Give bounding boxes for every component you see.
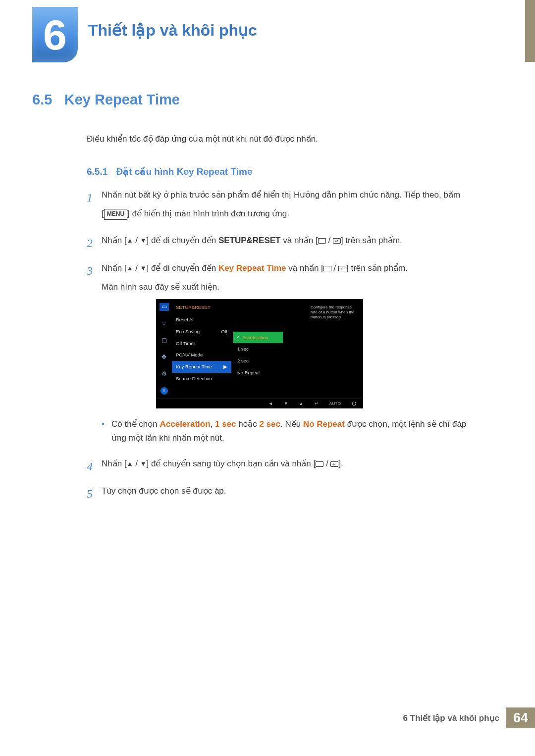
- setup-reset-label: SETUP&RESET: [218, 236, 281, 245]
- osd-item: Reset All: [172, 314, 231, 326]
- osd-bottom-bar: ◄ ▼ ▲ ↵ AUTO ⏻: [156, 399, 363, 408]
- osd-item: Off Timer: [172, 338, 231, 350]
- page-footer: 6 Thiết lập và khôi phục 64: [403, 707, 535, 728]
- osd-options-list: Acceleration 1 sec 2 sec No Repeat: [233, 332, 283, 379]
- step-body: Nhấn [▲ / ▼] để di chuyển đến SETUP&RESE…: [102, 234, 483, 253]
- box-icon: ▢: [160, 337, 169, 345]
- chapter-number: 6: [43, 13, 67, 56]
- osd-item: PC/AV Mode: [172, 349, 231, 361]
- gear-icon: ⚙: [160, 370, 169, 378]
- enter-icon: [333, 238, 341, 244]
- chapter-tab: 6: [32, 7, 78, 62]
- chapter-title: Thiết lập và khôi phục: [88, 21, 257, 40]
- move-icon: ✥: [160, 353, 169, 361]
- subsection-number: 6.5.1: [87, 166, 107, 177]
- up-icon: ▲: [299, 400, 304, 407]
- osd-screenshot: ▭ ☼ ▢ ✥ ⚙ i SETUP&RESET Reset All Eco Sa…: [156, 299, 363, 408]
- osd-option: 1 sec: [233, 343, 283, 355]
- enter-icon: ↵: [315, 400, 319, 407]
- step-4: 4 Nhấn [▲ / ▼] để chuyển sang tùy chọn b…: [87, 457, 483, 477]
- step-number: 3: [87, 261, 102, 449]
- step-number: 2: [87, 234, 102, 253]
- section-description: Điều khiển tốc độ đáp ứng của một nút kh…: [87, 134, 483, 144]
- up-triangle-icon: ▲: [127, 460, 133, 467]
- step-2: 2 Nhấn [▲ / ▼] để di chuyển đến SETUP&RE…: [87, 234, 483, 253]
- subsection-heading: 6.5.1 Đặt cấu hình Key Repeat Time: [87, 166, 483, 177]
- source-icon: [323, 266, 331, 271]
- osd-right-pane: Configure the response rate of a button …: [231, 299, 363, 399]
- osd-sidebar-icons: ▭ ☼ ▢ ✥ ⚙ i: [156, 299, 172, 399]
- section-title: Key Repeat Time: [64, 92, 180, 107]
- step-3: 3 Nhấn [▲ / ▼] để di chuyển đến Key Repe…: [87, 261, 483, 449]
- section-number: 6.5: [32, 92, 52, 107]
- key-repeat-time-label: Key Repeat Time: [218, 263, 286, 273]
- step-body: Tùy chọn được chọn sẽ được áp.: [102, 484, 483, 504]
- osd-option: 2 sec: [233, 355, 283, 367]
- up-triangle-icon: ▲: [127, 237, 133, 244]
- top-right-accent: [525, 0, 535, 62]
- osd-item-selected: Key Repeat Time▶: [172, 361, 231, 373]
- source-icon: [318, 238, 326, 244]
- enter-icon: [330, 461, 338, 467]
- down-icon: ▼: [284, 400, 288, 407]
- bullet-item: ● Có thể chọn Acceleration, 1 sec hoặc 2…: [102, 417, 483, 445]
- menu-button-label: MENU: [104, 209, 127, 220]
- subsection-title: Đặt cấu hình Key Repeat Time: [116, 166, 253, 177]
- page-number: 64: [506, 707, 535, 728]
- osd-item: Source Detection: [172, 373, 231, 385]
- auto-label: AUTO: [329, 400, 341, 407]
- bullet-text: Có thể chọn Acceleration, 1 sec hoặc 2 s…: [111, 417, 483, 445]
- bullet-icon: ●: [102, 417, 111, 445]
- left-icon: ◄: [268, 400, 273, 407]
- step-number: 4: [87, 457, 102, 477]
- monitor-icon: ▭: [160, 303, 169, 311]
- source-icon: [316, 461, 323, 467]
- osd-menu-list: SETUP&RESET Reset All Eco SavingOff Off …: [172, 299, 231, 399]
- step-body: Nhấn [▲ / ▼] để chuyển sang tùy chọn bạn…: [102, 457, 483, 477]
- down-triangle-icon: ▼: [140, 237, 147, 244]
- step-5: 5 Tùy chọn được chọn sẽ được áp.: [87, 484, 483, 504]
- osd-option: No Repeat: [233, 367, 283, 379]
- enter-icon: [338, 266, 346, 271]
- steps-list: 1 Nhấn nút bất kỳ ở phía trước sản phẩm …: [87, 188, 483, 504]
- info-icon: i: [160, 387, 168, 395]
- step-body: Nhấn nút bất kỳ ở phía trước sản phẩm để…: [102, 188, 483, 226]
- section-container: 6.5 Key Repeat Time Điều khiển tốc độ đá…: [32, 92, 483, 512]
- down-triangle-icon: ▼: [140, 264, 147, 272]
- section-heading: 6.5 Key Repeat Time: [32, 92, 483, 108]
- down-triangle-icon: ▼: [140, 460, 147, 467]
- osd-item: Eco SavingOff: [172, 326, 231, 338]
- osd-description: Configure the response rate of a button …: [311, 305, 358, 320]
- sun-icon: ☼: [160, 320, 169, 328]
- up-triangle-icon: ▲: [127, 264, 133, 272]
- step-number: 1: [87, 188, 102, 226]
- step-number: 5: [87, 484, 102, 504]
- footer-chapter-ref: 6 Thiết lập và khôi phục: [403, 713, 499, 723]
- osd-header: SETUP&RESET: [172, 302, 231, 314]
- power-icon: ⏻: [352, 400, 356, 407]
- step-1: 1 Nhấn nút bất kỳ ở phía trước sản phẩm …: [87, 188, 483, 226]
- osd-option-selected: Acceleration: [233, 332, 283, 344]
- step-body: Nhấn [▲ / ▼] để di chuyển đến Key Repeat…: [102, 261, 483, 449]
